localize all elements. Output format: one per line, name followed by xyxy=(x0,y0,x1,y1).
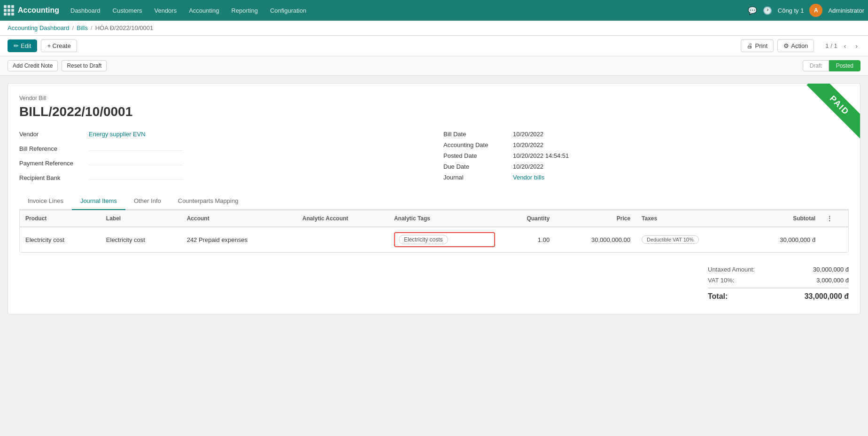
print-label: Print xyxy=(755,42,767,49)
prev-record-button[interactable]: ‹ xyxy=(841,41,849,51)
total-label: Total: xyxy=(708,292,728,301)
status-bar: Draft Posted xyxy=(803,60,860,71)
cell-analytic-tags[interactable]: Electricity costs xyxy=(388,227,501,252)
tab-invoice-lines[interactable]: Invoice Lines xyxy=(19,193,72,210)
vat-label: VAT 10%: xyxy=(708,277,734,284)
create-label: + Create xyxy=(47,42,70,49)
cell-analytic-account xyxy=(297,227,388,252)
bill-date-value: 10/20/2022 xyxy=(513,131,543,138)
bill-reference-row: Bill Reference xyxy=(19,141,425,152)
vat-row: VAT 10%: 3,000,000 đ xyxy=(708,275,849,286)
untaxed-label: Untaxed Amount: xyxy=(708,266,755,273)
menu-dashboard[interactable]: Dashboard xyxy=(65,4,106,17)
add-credit-note-button[interactable]: Add Credit Note xyxy=(8,60,58,71)
accounting-date-row: Accounting Date 10/20/2022 xyxy=(443,141,849,148)
col-label: Label xyxy=(101,210,181,227)
recipient-bank-input xyxy=(89,171,183,180)
tab-other-info[interactable]: Other Info xyxy=(125,193,170,210)
analytic-tags-cell: Electricity costs xyxy=(394,232,495,247)
company-name[interactable]: Công ty 1 xyxy=(778,7,804,14)
breadcrumb-sep-2: / xyxy=(91,24,93,31)
breadcrumb-accounting-dashboard[interactable]: Accounting Dashboard xyxy=(8,24,70,31)
action-button[interactable]: ⚙ Action xyxy=(777,39,814,52)
meta-left: Vendor Energy supplier EVN Bill Referenc… xyxy=(19,131,425,181)
next-record-button[interactable]: › xyxy=(852,41,860,51)
toolbar: ✏ Edit + Create 🖨 Print ⚙ Action 1 / 1 ‹… xyxy=(0,36,868,56)
cell-subtotal: 30,000,000 đ xyxy=(746,227,821,252)
avatar-initial: A xyxy=(814,7,818,14)
posted-date-label: Posted Date xyxy=(443,152,509,159)
tab-journal-items[interactable]: Journal Items xyxy=(72,193,125,210)
edit-icon: ✏ xyxy=(14,42,19,49)
pagination-text: 1 / 1 xyxy=(825,42,837,49)
totals-section: Untaxed Amount: 30,000,000 đ VAT 10%: 3,… xyxy=(19,264,849,303)
menu-configuration[interactable]: Configuration xyxy=(264,4,312,17)
clock-icon[interactable]: 🕐 xyxy=(763,6,772,15)
bill-reference-label: Bill Reference xyxy=(19,145,85,152)
bill-date-row: Bill Date 10/20/2022 xyxy=(443,131,849,138)
edit-label: Edit xyxy=(21,42,31,49)
payment-reference-label: Payment Reference xyxy=(19,160,85,167)
cell-label: Electricity cost xyxy=(101,227,181,252)
col-analytic-tags: Analytic Tags xyxy=(388,210,501,227)
col-product: Product xyxy=(20,210,101,227)
breadcrumb: Accounting Dashboard / Bills / HÓA Đ/202… xyxy=(0,21,868,36)
menu-reporting[interactable]: Reporting xyxy=(226,4,264,17)
vendor-row: Vendor Energy supplier EVN xyxy=(19,131,425,138)
tab-counterparts-mapping[interactable]: Counterparts Mapping xyxy=(170,193,247,210)
table-row: Electricity cost Electricity cost 242 Pr… xyxy=(20,227,848,252)
vendor-label: Vendor xyxy=(19,131,85,138)
analytic-tag: Electricity costs xyxy=(399,235,448,244)
accounting-date-label: Accounting Date xyxy=(443,141,509,148)
posted-date-row: Posted Date 10/20/2022 14:54:51 xyxy=(443,152,849,159)
vendor-bill-label: Vendor Bill xyxy=(19,95,849,101)
journal-row: Journal Vendor bills xyxy=(443,174,849,181)
menu-vendors[interactable]: Vendors xyxy=(148,4,182,17)
username[interactable]: Administrator xyxy=(828,7,864,14)
meta-right: Bill Date 10/20/2022 Accounting Date 10/… xyxy=(443,131,849,181)
due-date-label: Due Date xyxy=(443,163,509,170)
bill-date-label: Bill Date xyxy=(443,131,509,138)
untaxed-value: 30,000,000 đ xyxy=(813,266,849,273)
accounting-date-value: 10/20/2022 xyxy=(513,141,543,148)
reset-to-draft-button[interactable]: Reset to Draft xyxy=(62,60,107,71)
journal-value[interactable]: Vendor bills xyxy=(513,174,544,181)
cell-account: 242 Prepaid expenses xyxy=(181,227,297,252)
col-analytic-account: Analytic Account xyxy=(297,210,388,227)
print-icon: 🖨 xyxy=(747,42,753,49)
cell-price: 30,000,000.00 xyxy=(555,227,636,252)
chat-icon[interactable]: 💬 xyxy=(748,6,757,15)
main-content: PAID Vendor Bill BILL/2022/10/0001 Vendo… xyxy=(0,76,868,322)
toolbar-right: 🖨 Print ⚙ Action 1 / 1 ‹ › xyxy=(741,39,860,52)
col-quantity: Quantity xyxy=(501,210,556,227)
totals-table: Untaxed Amount: 30,000,000 đ VAT 10%: 3,… xyxy=(708,264,849,303)
col-account: Account xyxy=(181,210,297,227)
status-posted: Posted xyxy=(829,60,860,71)
print-button[interactable]: 🖨 Print xyxy=(741,39,774,52)
app-name: Accounting xyxy=(18,6,59,15)
total-row: Total: 33,000,000 đ xyxy=(708,288,849,303)
gear-icon: ⚙ xyxy=(783,42,789,49)
bill-number: BILL/2022/10/0001 xyxy=(19,104,849,119)
cell-taxes: Deductible VAT 10% xyxy=(636,227,746,252)
posted-date-value: 10/20/2022 14:54:51 xyxy=(513,152,569,159)
app-logo[interactable]: Accounting xyxy=(4,5,59,16)
edit-button[interactable]: ✏ Edit xyxy=(8,39,37,52)
col-price: Price xyxy=(555,210,636,227)
vendor-value[interactable]: Energy supplier EVN xyxy=(89,131,146,138)
grid-icon xyxy=(4,5,14,16)
main-menu: Dashboard Customers Vendors Accounting R… xyxy=(65,4,746,17)
create-button[interactable]: + Create xyxy=(41,39,77,52)
reset-to-draft-label: Reset to Draft xyxy=(67,62,101,69)
payment-reference-input xyxy=(89,156,183,165)
cell-quantity: 1.00 xyxy=(501,227,556,252)
menu-accounting[interactable]: Accounting xyxy=(183,4,225,17)
avatar[interactable]: A xyxy=(809,4,822,17)
status-draft: Draft xyxy=(803,60,829,71)
cell-product: Electricity cost xyxy=(20,227,101,252)
menu-customers[interactable]: Customers xyxy=(107,4,148,17)
col-actions: ⋮ xyxy=(821,210,848,227)
cell-row-actions xyxy=(821,227,848,252)
breadcrumb-bills[interactable]: Bills xyxy=(77,24,88,31)
invoice-lines-table: Product Label Account Analytic Account A… xyxy=(19,210,849,253)
